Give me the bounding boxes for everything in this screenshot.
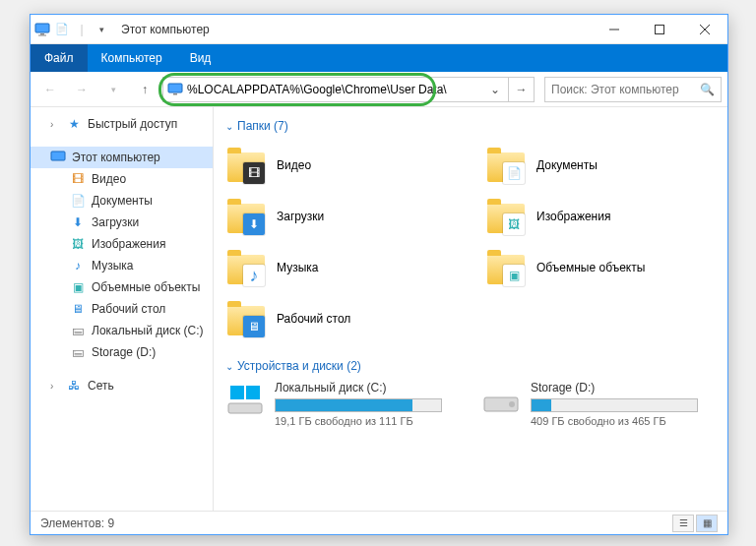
this-pc-icon <box>50 150 66 165</box>
chevron-down-icon[interactable]: ⌄ <box>225 361 233 372</box>
videos-icon: 🎞 <box>243 162 265 184</box>
folder-label: Рабочий стол <box>277 312 350 326</box>
this-pc-icon <box>34 22 50 37</box>
drive-icon: 🖴 <box>70 344 86 360</box>
network-icon: 🖧 <box>66 378 82 394</box>
chevron-right-icon[interactable]: › <box>50 381 60 392</box>
sidebar-item-label: Этот компьютер <box>72 151 160 164</box>
sidebar-item-label: Storage (D:) <box>92 345 156 359</box>
sidebar-item-desktop[interactable]: 🖥Рабочий стол <box>31 298 213 320</box>
svg-rect-9 <box>51 152 65 160</box>
downloads-icon: ⬇ <box>243 213 265 235</box>
sidebar-item-documents[interactable]: 📄Документы <box>31 190 213 212</box>
tab-view[interactable]: Вид <box>176 44 225 72</box>
group-folders-header[interactable]: ⌄ Папки (7) <box>225 119 716 133</box>
svg-rect-12 <box>246 386 260 399</box>
qat-dropdown-icon[interactable]: ▾ <box>94 22 109 37</box>
sidebar-item-3d-objects[interactable]: ▣Объемные объекты <box>31 276 213 298</box>
file-explorer-window: 📄 | ▾ Этот компьютер Файл Компьютер Вид … <box>30 14 728 535</box>
sidebar-item-label: Загрузки <box>92 215 139 229</box>
svg-rect-10 <box>228 403 262 413</box>
status-bar: Элементов: 9 ☰ ▦ <box>31 511 727 534</box>
back-button[interactable]: ← <box>36 76 64 103</box>
documents-icon: 📄 <box>503 162 525 184</box>
drive-name: Локальный диск (C:) <box>275 381 442 394</box>
tab-computer[interactable]: Компьютер <box>88 44 176 72</box>
folder-desktop[interactable]: 🖥Рабочий стол <box>225 294 456 343</box>
address-input[interactable] <box>183 83 486 96</box>
group-folders-label: Папки (7) <box>237 119 288 133</box>
drive-stats: 19,1 ГБ свободно из 111 ГБ <box>275 415 442 427</box>
folder-videos[interactable]: 🎞Видео <box>225 141 456 190</box>
qat-divider: | <box>74 22 90 37</box>
drive-local-c[interactable]: Локальный диск (C:) 19,1 ГБ свободно из … <box>225 381 442 427</box>
svg-rect-4 <box>656 25 664 33</box>
drive-name: Storage (D:) <box>531 381 698 394</box>
folder-3d-objects[interactable]: ▣Объемные объекты <box>485 243 716 292</box>
maximize-button[interactable] <box>637 15 682 44</box>
folder-label: Видео <box>277 158 311 172</box>
desktop-icon: 🖥 <box>243 316 265 337</box>
cube-icon: ▣ <box>503 265 525 286</box>
group-drives-label: Устройства и диски (2) <box>237 359 361 373</box>
search-input[interactable] <box>551 83 700 96</box>
folder-documents[interactable]: 📄Документы <box>485 141 716 190</box>
close-button[interactable] <box>682 15 727 44</box>
search-box[interactable]: 🔍 <box>544 77 722 102</box>
address-dropdown-icon[interactable]: ⌄ <box>486 83 504 96</box>
sidebar-item-quick-access[interactable]: › ★ Быстрый доступ <box>31 113 213 135</box>
pictures-icon: 🖼 <box>70 236 86 252</box>
search-icon[interactable]: 🔍 <box>700 83 715 96</box>
cube-icon: ▣ <box>70 279 86 295</box>
ribbon-tabs: Файл Компьютер Вид <box>31 44 727 72</box>
folder-label: Музыка <box>277 261 318 274</box>
pictures-icon: 🖼 <box>503 213 525 235</box>
sidebar-item-network[interactable]: › 🖧 Сеть <box>31 375 213 396</box>
folder-pictures[interactable]: 🖼Изображения <box>485 192 716 241</box>
sidebar-item-pictures[interactable]: 🖼Изображения <box>31 233 213 255</box>
chevron-down-icon[interactable]: ⌄ <box>225 121 233 132</box>
quick-access-toolbar: 📄 | ▾ <box>31 22 113 37</box>
videos-icon: 🎞 <box>70 171 86 187</box>
folder-label: Документы <box>536 158 598 172</box>
up-button[interactable]: ↑ <box>131 76 158 103</box>
folder-label: Объемные объекты <box>536 261 645 274</box>
downloads-icon: ⬇ <box>70 214 86 230</box>
folder-music[interactable]: ♪Музыка <box>225 243 456 292</box>
go-button[interactable]: → <box>509 77 535 102</box>
sidebar-item-this-pc[interactable]: Этот компьютер <box>31 147 213 168</box>
sidebar-item-label: Сеть <box>88 379 114 393</box>
drive-icon: 🖴 <box>70 323 86 338</box>
recent-locations-button[interactable]: ▾ <box>99 76 127 103</box>
svg-point-14 <box>509 401 515 407</box>
svg-rect-1 <box>40 33 44 35</box>
navigation-pane: › ★ Быстрый доступ Этот компьютер 🎞Видео… <box>31 107 214 511</box>
group-drives-header[interactable]: ⌄ Устройства и диски (2) <box>225 359 716 373</box>
forward-button[interactable]: → <box>68 76 95 103</box>
drive-icon <box>481 381 521 420</box>
sidebar-item-label: Музыка <box>92 259 133 273</box>
sidebar-item-videos[interactable]: 🎞Видео <box>31 168 213 190</box>
svg-rect-7 <box>168 84 182 92</box>
desktop-icon: 🖥 <box>70 301 86 317</box>
properties-icon[interactable]: 📄 <box>54 22 70 37</box>
sidebar-item-music[interactable]: ♪Музыка <box>31 255 213 276</box>
window-title: Этот компьютер <box>121 23 210 36</box>
sidebar-item-local-disk-c[interactable]: 🖴Локальный диск (C:) <box>31 320 213 341</box>
view-details-button[interactable]: ☰ <box>672 515 694 532</box>
address-bar[interactable]: ⌄ <box>162 77 509 102</box>
chevron-right-icon[interactable]: › <box>50 119 60 130</box>
tab-file[interactable]: Файл <box>31 44 88 72</box>
address-icon <box>167 82 183 97</box>
view-large-icons-button[interactable]: ▦ <box>696 515 718 532</box>
svg-rect-2 <box>38 34 46 35</box>
svg-rect-8 <box>173 93 177 95</box>
sidebar-item-storage-d[interactable]: 🖴Storage (D:) <box>31 341 213 363</box>
drive-storage-d[interactable]: Storage (D:) 409 ГБ свободно из 465 ГБ <box>481 381 698 427</box>
sidebar-item-label: Видео <box>92 172 126 186</box>
drive-usage-bar <box>275 398 442 412</box>
sidebar-item-downloads[interactable]: ⬇Загрузки <box>31 212 213 233</box>
os-drive-icon <box>225 381 265 420</box>
minimize-button[interactable] <box>592 15 637 44</box>
folder-downloads[interactable]: ⬇Загрузки <box>225 192 456 241</box>
